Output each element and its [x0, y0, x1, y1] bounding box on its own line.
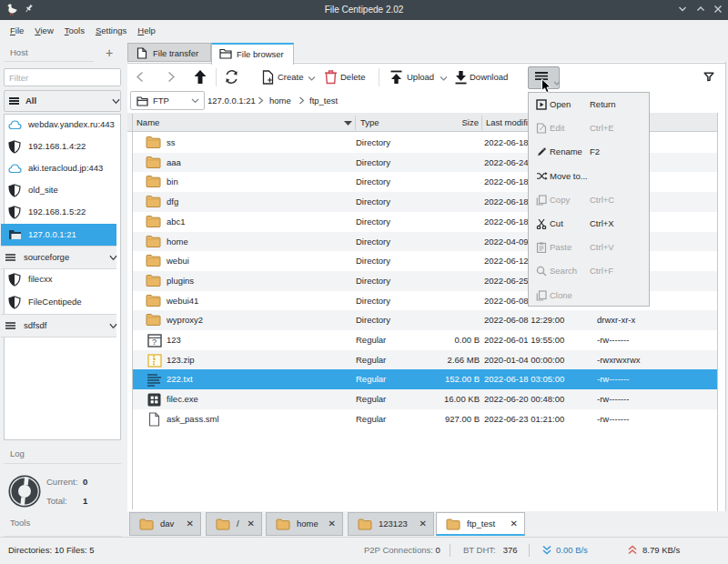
svg-text:?: ? [152, 337, 157, 347]
